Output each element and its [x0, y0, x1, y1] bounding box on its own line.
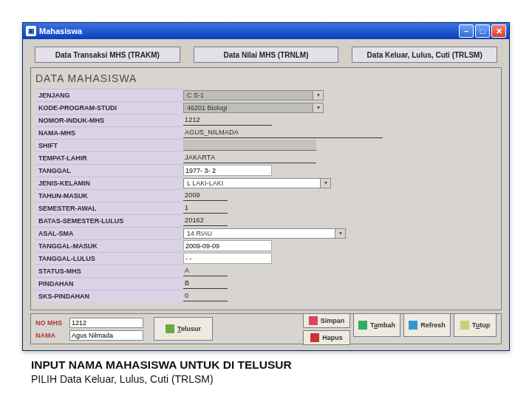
folder-icon [460, 321, 469, 330]
label-tgl-masuk: TANGGAL-MASUK [35, 239, 183, 252]
input-tgl-lulus[interactable]: - - [183, 253, 272, 264]
minimize-button[interactable]: – [459, 24, 474, 38]
save-icon [309, 316, 318, 325]
label-shift: SHIFT [35, 139, 183, 151]
chevron-down-icon: ▾ [313, 103, 323, 112]
app-icon: ▣ [26, 26, 36, 36]
tambah-button[interactable]: Tambah [353, 313, 400, 337]
input-tgl-masuk[interactable]: 2009-09-09 [183, 240, 272, 251]
search-nama[interactable]: Agus Nilmada [69, 330, 143, 341]
tutup-button[interactable]: Tutup [454, 313, 497, 337]
tab-trakm[interactable]: Data Transaksi MHS (TRAKM) [35, 47, 180, 63]
label-asal-sma: ASAL-SMA [35, 227, 183, 239]
label-nim: NOMOR-INDUK-MHS [35, 114, 183, 126]
label-tanggal: TANGGAL [35, 164, 183, 177]
refresh-button[interactable]: Refresh [403, 313, 451, 337]
label-nama-search: NAMA [35, 332, 66, 339]
search-icon [166, 324, 174, 333]
data-panel: DATA MAHASISWA JENJANGC S-1▾ KODE-PROGRA… [30, 67, 502, 310]
instructions: INPUT NAMA MAHASISWA UNTUK DI TELUSUR PI… [31, 358, 501, 385]
chevron-down-icon: ▾ [320, 179, 330, 188]
dropdown-jenjang[interactable]: C S-1▾ [183, 90, 324, 100]
label-tgl-lulus: TANGGAL-LULUS [35, 252, 183, 265]
label-sks-pindahan: SKS-PINDAHAN [35, 290, 183, 302]
telusur-button[interactable]: Telusur [154, 317, 213, 341]
search-no-mhs[interactable]: 1212 [69, 318, 143, 328]
input-semester-awal[interactable] [183, 203, 228, 214]
input-status[interactable] [183, 266, 228, 276]
input-pindahan[interactable] [183, 279, 228, 289]
label-no-mhs: NO MHS [35, 319, 66, 327]
input-tahun-masuk[interactable] [183, 191, 228, 201]
section-title: DATA MAHASISWA [35, 72, 497, 84]
label-nama: NAMA-MHS [35, 126, 183, 139]
label-tahun-masuk: TAHUN-MASUK [35, 189, 183, 202]
input-tempat-lahir[interactable] [183, 153, 316, 163]
chevron-down-icon: ▾ [313, 91, 323, 100]
label-jk: JENIS-KELAMIN [35, 177, 183, 189]
input-nim[interactable] [183, 115, 272, 126]
tab-trlsm[interactable]: Data Keluar, Lulus, Cuti (TRLSM) [352, 47, 497, 63]
action-bar: NO MHS1212 NAMAAgus Nilmada Telusur Simp… [30, 313, 502, 344]
titlebar[interactable]: ▣ Mahasiswa – □ ✕ [23, 23, 509, 39]
chevron-down-icon: ▾ [335, 229, 345, 238]
maximize-button[interactable]: □ [475, 24, 490, 38]
app-window: ▣ Mahasiswa – □ ✕ Data Transaksi MHS (TR… [22, 22, 510, 351]
simpan-button[interactable]: Simpan [303, 313, 350, 328]
input-shift[interactable] [183, 140, 316, 151]
refresh-icon [409, 321, 417, 330]
label-pindahan: PINDAHAN [35, 277, 183, 290]
caption-line-2: PILIH Data Keluar, Lulus, Cuti (TRLSM) [31, 373, 501, 385]
tab-trnlm[interactable]: Data Nilai MHS (TRNLM) [194, 47, 339, 63]
label-batas-semester: BATAS-SEMESTER-LULUS [35, 214, 183, 227]
close-button[interactable]: ✕ [491, 24, 506, 38]
dropdown-asal-sma[interactable]: 14 RIAU▾ [183, 228, 346, 239]
label-jenjang: JENJANG [35, 89, 183, 101]
dropdown-prodi[interactable]: 46201 Biologi▾ [183, 103, 324, 113]
input-tanggal[interactable]: 1977- 3- 2 [183, 165, 272, 176]
input-sks-pindahan[interactable] [183, 291, 228, 301]
label-tempat-lahir: TEMPAT-LAHIR [35, 151, 183, 164]
dropdown-jk[interactable]: L LAKI-LAKI▾ [183, 178, 331, 188]
label-prodi: KODE-PROGRAM-STUDI [35, 101, 183, 114]
delete-icon [310, 333, 319, 342]
caption-line-1: INPUT NAMA MAHASISWA UNTUK DI TELUSUR [31, 358, 501, 372]
label-semester-awal: SEMESTER-AWAL [35, 202, 183, 214]
input-batas-semester[interactable] [183, 216, 228, 226]
window-title: Mahasiswa [39, 27, 82, 35]
plus-icon [358, 321, 367, 330]
label-status: STATUS-MHS [35, 265, 183, 277]
input-nama[interactable] [183, 128, 383, 138]
hapus-button[interactable]: Hapus [303, 330, 350, 345]
